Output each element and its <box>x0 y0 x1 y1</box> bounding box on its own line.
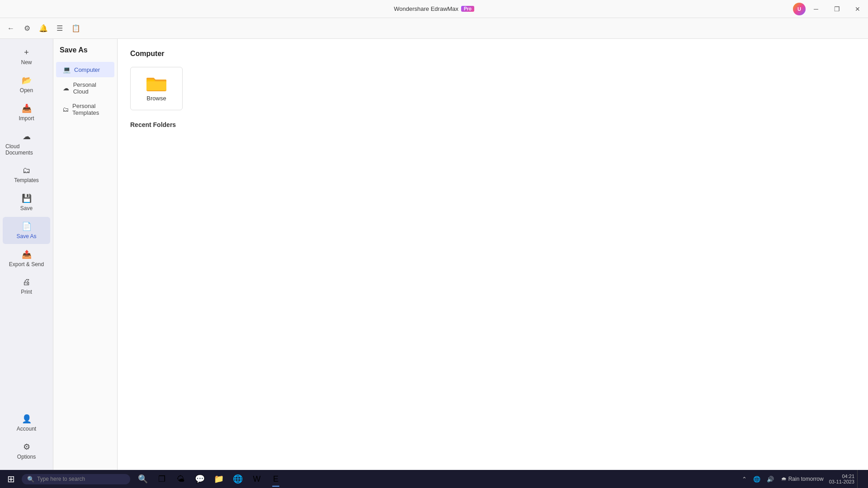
personal-templates-icon: 🗂 <box>62 105 69 113</box>
left-sidebar-bottom: 👤 Account⚙ Options <box>0 408 53 470</box>
clock-time: 04:21 <box>842 474 854 479</box>
sidebar-item-print[interactable]: 🖨 Print <box>3 273 50 300</box>
sidebar-item-save[interactable]: 💾 Save <box>3 189 50 216</box>
taskbar-app-edraw[interactable]: E <box>267 470 285 488</box>
clock-date: 03-11-2023 <box>829 479 854 484</box>
show-desktop-button[interactable] <box>857 470 863 488</box>
account-icon: 👤 <box>22 414 32 424</box>
export-send-icon: 📤 <box>22 249 32 259</box>
middle-panel-title: Save As <box>53 46 117 61</box>
sidebar-item-label: Templates <box>14 177 39 183</box>
app-area: + New📂 Open📥 Import☁ Cloud Documents🗂 Te… <box>0 39 868 470</box>
sidebar-item-label: Cloud Documents <box>5 143 47 156</box>
sidebar-item-label: New <box>21 59 32 66</box>
taskbar-app-word[interactable]: W <box>248 470 266 488</box>
middle-panel: Save As 💻 Computer☁ Personal Cloud🗂 Pers… <box>53 39 118 470</box>
personal-cloud-icon: ☁ <box>62 84 70 92</box>
browse-item[interactable]: Browse <box>130 67 183 110</box>
svg-rect-2 <box>146 81 166 90</box>
middle-item-label: Personal Cloud <box>73 81 108 95</box>
search-input[interactable] <box>37 476 118 482</box>
sidebar-item-new[interactable]: + New <box>3 43 50 70</box>
content-title: Computer <box>130 50 855 58</box>
user-avatar[interactable]: U <box>793 3 806 15</box>
volume-icon[interactable]: 🔊 <box>765 475 776 483</box>
middle-item-computer[interactable]: 💻 Computer <box>56 62 114 77</box>
templates-icon: 🗂 <box>23 166 31 175</box>
network-icon[interactable]: 🌐 <box>751 475 762 483</box>
close-button[interactable]: ✕ <box>847 0 868 18</box>
taskbar-app-chat[interactable]: 💬 <box>191 470 209 488</box>
print-icon: 🖨 <box>23 277 31 287</box>
sidebar-item-label: Import <box>19 115 34 122</box>
sidebar-item-label: Account <box>17 426 36 432</box>
left-sidebar-items: + New📂 Open📥 Import☁ Cloud Documents🗂 Te… <box>0 42 53 300</box>
chevron-up-icon[interactable]: ⌃ <box>740 475 749 483</box>
clipboard-icon[interactable]: 📋 <box>69 21 83 36</box>
taskbar-app-search[interactable]: 🔍 <box>134 470 152 488</box>
minimize-button[interactable]: ─ <box>806 0 826 18</box>
computer-icon: 💻 <box>62 66 71 74</box>
open-icon: 📂 <box>22 75 32 85</box>
search-icon: 🔍 <box>27 476 34 483</box>
sidebar-item-cloud-documents[interactable]: ☁ Cloud Documents <box>3 127 50 160</box>
taskbar-app-edge[interactable]: 🌐 <box>229 470 247 488</box>
title-bar: Wondershare EdrawMax Pro U ─ ❐ ✕ <box>0 0 868 18</box>
recent-folders-title: Recent Folders <box>130 121 855 128</box>
browse-label: Browse <box>146 95 166 102</box>
taskbar: ⊞ 🔍 🔍❐🌤💬📁🌐WE ⌃ 🌐 🔊 🌧 Rain tomorrow 04:21… <box>0 470 868 488</box>
sidebar-item-label: Options <box>17 454 36 460</box>
weather-icon: 🌧 <box>781 476 787 482</box>
notifications-icon[interactable]: 🔔 <box>36 21 51 36</box>
sidebar-item-label: Print <box>21 289 32 295</box>
save-as-icon: 📄 <box>22 221 32 231</box>
middle-item-label: Personal Templates <box>72 103 108 116</box>
sidebar-item-label: Save <box>20 205 33 211</box>
sidebar-item-label: Export & Send <box>9 261 44 267</box>
main-content: Computer Browse Recent Folders <box>118 39 868 470</box>
taskbar-search[interactable]: 🔍 <box>22 474 130 484</box>
import-icon: 📥 <box>22 103 32 113</box>
folder-icon <box>146 76 166 92</box>
taskbar-app-task-view[interactable]: ❐ <box>153 470 171 488</box>
system-clock[interactable]: 04:21 03-11-2023 <box>829 474 854 484</box>
sidebar-item-account[interactable]: 👤 Account <box>3 409 50 436</box>
middle-item-label: Computer <box>74 66 100 73</box>
sidebar-item-import[interactable]: 📥 Import <box>3 99 50 126</box>
middle-item-personal-cloud[interactable]: ☁ Personal Cloud <box>56 78 114 99</box>
restore-button[interactable]: ❐ <box>826 0 847 18</box>
save-icon: 💾 <box>22 193 32 203</box>
sidebar-item-open[interactable]: 📂 Open <box>3 71 50 98</box>
window-controls: U ─ ❐ ✕ <box>793 0 868 18</box>
taskbar-system: ⌃ 🌐 🔊 🌧 Rain tomorrow 04:21 03-11-2023 <box>740 470 866 488</box>
sidebar-item-export-send[interactable]: 📤 Export & Send <box>3 245 50 272</box>
options-icon: ⚙ <box>23 442 30 452</box>
toolbar: ← ⚙ 🔔 ☰ 📋 <box>0 18 868 39</box>
weather-text: Rain tomorrow <box>788 476 824 482</box>
settings-icon[interactable]: ⚙ <box>20 21 34 36</box>
new-icon: + <box>24 48 29 57</box>
app-title: Wondershare EdrawMax Pro <box>394 5 474 12</box>
sidebar-item-options[interactable]: ⚙ Options <box>3 437 50 465</box>
middle-item-personal-templates[interactable]: 🗂 Personal Templates <box>56 99 114 120</box>
sidebar-item-save-as[interactable]: 📄 Save As <box>3 217 50 244</box>
sidebar-item-templates[interactable]: 🗂 Templates <box>3 161 50 188</box>
sidebar-item-label: Open <box>20 87 33 94</box>
pro-badge: Pro <box>461 6 474 12</box>
taskbar-app-explorer[interactable]: 📁 <box>210 470 228 488</box>
back-button[interactable]: ← <box>4 21 18 36</box>
taskbar-app-widgets[interactable]: 🌤 <box>172 470 190 488</box>
menu-icon[interactable]: ☰ <box>52 21 67 36</box>
start-button[interactable]: ⊞ <box>2 470 20 488</box>
taskbar-apps: 🔍❐🌤💬📁🌐WE <box>134 470 285 488</box>
weather-widget[interactable]: 🌧 Rain tomorrow <box>778 476 826 482</box>
cloud-documents-icon: ☁ <box>23 131 31 141</box>
left-sidebar: + New📂 Open📥 Import☁ Cloud Documents🗂 Te… <box>0 39 53 470</box>
sidebar-item-label: Save As <box>16 233 36 239</box>
